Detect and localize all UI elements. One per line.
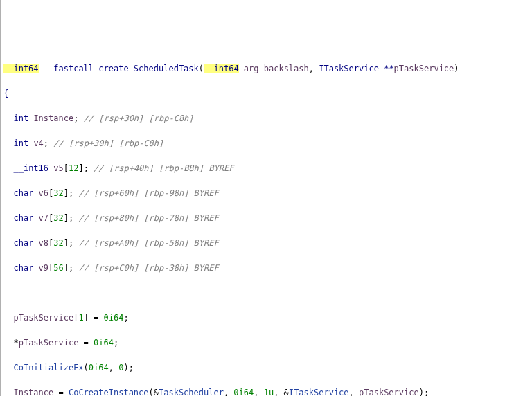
type-int64-hl: __int64 [3,64,39,73]
decl-v9: char v9[56]; // [rsp+C0h] [rbp-38h] BYRE… [1,262,532,274]
signature-line: __int64 __fastcall create_ScheduledTask(… [1,62,532,75]
stmt-coinit: CoInitializeEx(0i64, 0); [1,361,532,374]
decl-v6: char v6[32]; // [rsp+60h] [rbp-98h] BYRE… [1,187,532,199]
decompiler-code-view[interactable]: __int64 __fastcall create_ScheduledTask(… [1,50,532,396]
decl-v8: char v8[32]; // [rsp+A0h] [rbp-58h] BYRE… [1,237,532,249]
stmt-cocreate: Instance = CoCreateInstance(&TaskSchedul… [1,386,532,396]
call-cocreateinstance[interactable]: CoCreateInstance [69,388,149,396]
param-ptaskservice[interactable]: pTaskService [394,64,454,73]
decl-v4: int v4; // [rsp+30h] [rbp-C8h] [1,137,532,150]
stmt-pts-deref: *pTaskService = 0i64; [1,336,532,349]
function-name[interactable]: create_ScheduledTask [98,64,199,73]
call-coinitializeex[interactable]: CoInitializeEx [13,363,83,372]
decl-v7: char v7[32]; // [rsp+80h] [rbp-78h] BYRE… [1,212,532,224]
brace-open: { [1,87,532,100]
blank-line [1,287,532,299]
param-arg-backslash[interactable]: arg_backslash [244,64,309,73]
stmt-pts1: pTaskService[1] = 0i64; [1,312,532,324]
decl-v5: __int16 v5[12]; // [rsp+40h] [rbp-B8h] B… [1,162,532,174]
decl-instance: int Instance; // [rsp+30h] [rbp-C8h] [1,112,532,125]
